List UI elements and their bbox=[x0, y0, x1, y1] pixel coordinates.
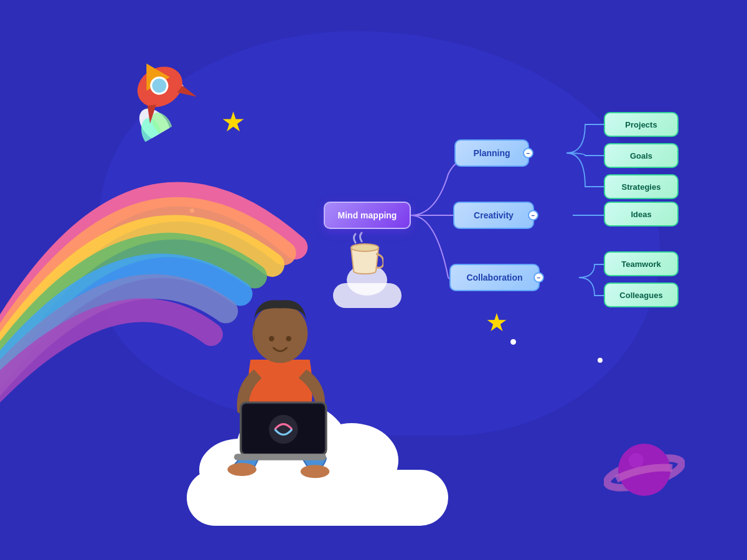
mindmap-container: Mind mapping Planning − Creativity − Col… bbox=[299, 93, 722, 342]
svg-point-9 bbox=[301, 465, 330, 478]
svg-point-12 bbox=[286, 336, 291, 341]
collapse-creativity[interactable]: − bbox=[528, 210, 538, 221]
node-creativity-label: Creativity bbox=[474, 210, 514, 220]
dot-4 bbox=[598, 358, 603, 363]
collapse-planning[interactable]: − bbox=[523, 148, 533, 159]
node-root-label: Mind mapping bbox=[338, 210, 397, 220]
svg-rect-16 bbox=[234, 454, 326, 460]
node-goals[interactable]: Goals bbox=[604, 143, 679, 168]
node-teamwork[interactable]: Teamwork bbox=[604, 251, 679, 276]
node-ideas[interactable]: Ideas bbox=[604, 202, 679, 226]
node-projects[interactable]: Projects bbox=[604, 112, 679, 137]
planet bbox=[604, 436, 685, 504]
svg-point-20 bbox=[629, 453, 644, 468]
svg-point-11 bbox=[269, 336, 274, 341]
node-creativity[interactable]: Creativity − bbox=[453, 202, 534, 229]
node-collaboration[interactable]: Collaboration − bbox=[449, 264, 540, 291]
node-colleagues[interactable]: Colleagues bbox=[604, 282, 679, 307]
node-goals-label: Goals bbox=[630, 151, 652, 161]
node-collaboration-label: Collaboration bbox=[466, 273, 522, 282]
collapse-collaboration[interactable]: − bbox=[533, 273, 544, 283]
svg-point-15 bbox=[269, 415, 298, 444]
node-root[interactable]: Mind mapping bbox=[324, 202, 411, 229]
node-strategies[interactable]: Strategies bbox=[604, 174, 679, 199]
node-strategies-label: Strategies bbox=[622, 182, 661, 192]
node-planning-label: Planning bbox=[473, 148, 510, 158]
node-ideas-label: Ideas bbox=[631, 210, 651, 219]
node-planning[interactable]: Planning − bbox=[454, 139, 529, 167]
node-projects-label: Projects bbox=[625, 120, 657, 129]
node-colleagues-label: Colleagues bbox=[619, 291, 662, 300]
svg-point-8 bbox=[227, 463, 256, 476]
node-teamwork-label: Teamwork bbox=[621, 259, 660, 269]
